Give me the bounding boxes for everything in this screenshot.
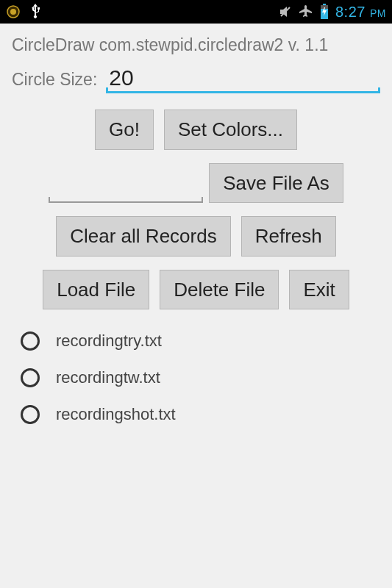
airplane-mode-icon xyxy=(299,4,313,19)
page-title: CircleDraw com.stewpid.circledraw2 v. 1.… xyxy=(12,35,380,55)
save-file-as-button[interactable]: Save File As xyxy=(209,163,343,204)
list-item[interactable]: recordingtry.txt xyxy=(21,323,380,359)
status-bar: 8:27 PM xyxy=(0,0,392,24)
file-list: recordingtry.txt recordingtw.txt recordi… xyxy=(12,323,380,433)
circle-size-label: Circle Size: xyxy=(12,70,97,90)
radio-icon[interactable] xyxy=(21,331,40,351)
filename-input[interactable] xyxy=(49,173,203,203)
refresh-button[interactable]: Refresh xyxy=(241,216,336,257)
list-item[interactable]: recordingshot.txt xyxy=(21,396,380,433)
set-colors-button[interactable]: Set Colors... xyxy=(164,110,297,150)
battery-icon xyxy=(319,4,329,20)
file-name-label: recordingtry.txt xyxy=(56,331,162,351)
app-content: CircleDraw com.stewpid.circledraw2 v. 1.… xyxy=(0,24,392,445)
svg-point-1 xyxy=(10,9,16,15)
status-time: 8:27 PM xyxy=(335,4,386,21)
load-file-button[interactable]: Load File xyxy=(43,270,149,310)
list-item[interactable]: recordingtw.txt xyxy=(21,359,380,396)
go-button[interactable]: Go! xyxy=(95,110,154,150)
file-name-label: recordingshot.txt xyxy=(56,405,176,424)
app-badge-icon xyxy=(6,4,21,19)
file-name-label: recordingtw.txt xyxy=(56,368,160,387)
exit-button[interactable]: Exit xyxy=(289,270,349,310)
radio-icon[interactable] xyxy=(21,368,40,387)
usb-icon xyxy=(28,3,43,21)
delete-file-button[interactable]: Delete File xyxy=(160,270,279,310)
clear-records-button[interactable]: Clear all Records xyxy=(56,216,230,257)
svg-rect-3 xyxy=(323,4,326,5)
circle-size-input[interactable] xyxy=(106,65,380,93)
radio-icon[interactable] xyxy=(21,405,40,424)
mute-icon xyxy=(278,4,293,19)
